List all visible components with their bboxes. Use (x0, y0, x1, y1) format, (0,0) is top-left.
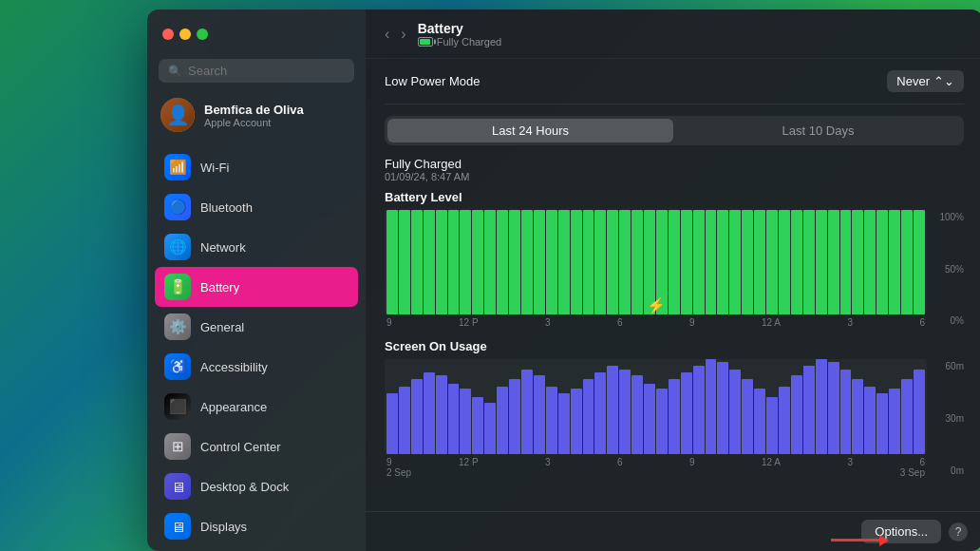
sidebar-item-desktop[interactable]: 🖥 Desktop & Dock (155, 466, 358, 506)
battery-bar (571, 210, 582, 314)
forward-button[interactable]: › (397, 24, 409, 45)
battery-x-label: 12 P (459, 317, 479, 328)
usage-y-labels: 60m30m0m (931, 359, 964, 478)
usage-bar (558, 393, 570, 454)
usage-bar (583, 379, 594, 454)
sidebar-item-controlcenter[interactable]: ⊞ Control Center (155, 427, 358, 466)
low-power-mode-value: Never (896, 74, 930, 88)
usage-bar (717, 362, 728, 454)
battery-y-label: 50% (931, 264, 964, 275)
arrow-indicator (831, 539, 888, 542)
usage-y-label: 60m (931, 361, 964, 371)
battery-bar (816, 210, 827, 314)
usage-bar (828, 362, 839, 454)
minimize-button[interactable] (179, 28, 191, 40)
sidebar-item-label-controlcenter: Control Center (200, 440, 281, 454)
search-bar[interactable]: 🔍 (159, 59, 354, 83)
usage-date-labels: 2 Sep3 Sep (385, 467, 927, 478)
help-button[interactable]: ? (949, 522, 968, 542)
sidebar-item-label-bluetooth: Bluetooth (200, 200, 253, 215)
battery-bar (619, 210, 631, 314)
close-button[interactable] (162, 28, 174, 40)
usage-date-label: 3 Sep (900, 467, 925, 478)
sidebar-item-battery[interactable]: 🔋 Battery (155, 267, 358, 307)
sidebar-item-bluetooth[interactable]: 🔵 Bluetooth (155, 187, 358, 227)
battery-bar (460, 210, 471, 314)
user-info: Bemfica de Oliva Apple Account (204, 103, 304, 128)
battery-x-label: 6 (919, 317, 925, 328)
tabs-container: Last 24 HoursLast 10 Days (385, 116, 964, 145)
battery-x-labels: 912 P36912 A36 (385, 314, 927, 328)
usage-bar (766, 397, 778, 454)
battery-x-label: 9 (386, 317, 392, 328)
sidebar-item-label-accessibility: Accessibility (200, 360, 268, 374)
usage-bar (619, 370, 631, 454)
sidebar-item-network[interactable]: 🌐 Network (155, 227, 358, 267)
search-input[interactable] (188, 64, 345, 78)
avatar: 👤 (160, 98, 195, 132)
usage-bar (607, 366, 618, 454)
usage-bar (706, 359, 717, 454)
usage-bar (791, 375, 802, 454)
usage-chart (385, 359, 927, 454)
usage-bar (681, 372, 692, 454)
arrow-line (831, 539, 888, 542)
battery-bar (386, 210, 398, 314)
battery-bar (497, 210, 508, 314)
battery-x-label: 3 (847, 317, 853, 328)
page-title-group: Battery Fully Charged (418, 21, 501, 48)
usage-chart-section: Screen On Usage 912 P36912 A36 2 Sep3 Se… (385, 339, 964, 478)
usage-x-label: 12 A (762, 457, 781, 467)
battery-bar (631, 210, 643, 314)
usage-bar (594, 372, 606, 454)
sidebar-item-accessibility[interactable]: ♿ Accessibility (155, 347, 358, 387)
tab-10d[interactable]: Last 10 Days (675, 119, 961, 142)
usage-bar (521, 370, 533, 454)
sidebar: 🔍 👤 Bemfica de Oliva Apple Account 📶 Wi-… (147, 10, 366, 551)
sidebar-item-general[interactable]: ⚙️ General (155, 307, 358, 347)
low-power-mode-row: Low Power Mode Never ⌃⌄ (385, 59, 964, 104)
usage-bar (472, 397, 483, 454)
battery-bar (558, 210, 570, 314)
low-power-mode-label: Low Power Mode (385, 74, 480, 88)
battery-bar (779, 210, 790, 314)
battery-bar (448, 210, 460, 314)
usage-bar (546, 387, 557, 454)
tab-24h[interactable]: Last 24 Hours (387, 119, 673, 142)
main-titlebar: ‹ › Battery Fully Charged (366, 10, 980, 59)
settings-window: 🔍 👤 Bemfica de Oliva Apple Account 📶 Wi-… (147, 10, 980, 551)
sidebar-item-appearance[interactable]: ⬛ Appearance (155, 387, 358, 427)
page-subtitle-text: Fully Charged (437, 36, 501, 48)
battery-bar (521, 210, 533, 314)
usage-y-label: 30m (931, 413, 964, 424)
usage-bar (803, 366, 815, 454)
nav-list: 📶 Wi-Fi 🔵 Bluetooth 🌐 Network 🔋 Battery … (147, 147, 366, 551)
usage-x-label: 3 (847, 457, 853, 467)
usage-x-label: 6 (617, 457, 623, 467)
battery-bar (436, 210, 447, 314)
back-button[interactable]: ‹ (381, 24, 393, 45)
sidebar-item-displays[interactable]: 🖥 Displays (155, 506, 358, 546)
desktop-icon: 🖥 (164, 473, 191, 500)
usage-chart-label: Screen On Usage (385, 339, 964, 353)
bottom-bar: Options... ? (366, 511, 980, 551)
usage-bar (411, 379, 423, 454)
usage-bar (656, 389, 668, 454)
maximize-button[interactable] (197, 28, 208, 40)
sidebar-titlebar (147, 10, 366, 59)
battery-bar (607, 210, 618, 314)
usage-y-label: 0m (931, 466, 964, 476)
low-power-mode-dropdown[interactable]: Never ⌃⌄ (887, 70, 964, 92)
sidebar-item-wifi[interactable]: 📶 Wi-Fi (155, 147, 358, 187)
sidebar-item-screensaver[interactable]: 🌊 Screen Saver (155, 546, 358, 551)
battery-bar (914, 210, 925, 314)
usage-bar (864, 387, 876, 454)
usage-bar (631, 375, 643, 454)
battery-bar (669, 210, 680, 314)
battery-icon-small (418, 37, 433, 47)
status-info: Fully Charged 01/09/24, 8:47 AM (385, 157, 964, 182)
usage-bar (534, 375, 545, 454)
page-subtitle: Fully Charged (418, 36, 501, 48)
controlcenter-icon: ⊞ (164, 433, 191, 460)
user-profile[interactable]: 👤 Bemfica de Oliva Apple Account (147, 90, 366, 140)
